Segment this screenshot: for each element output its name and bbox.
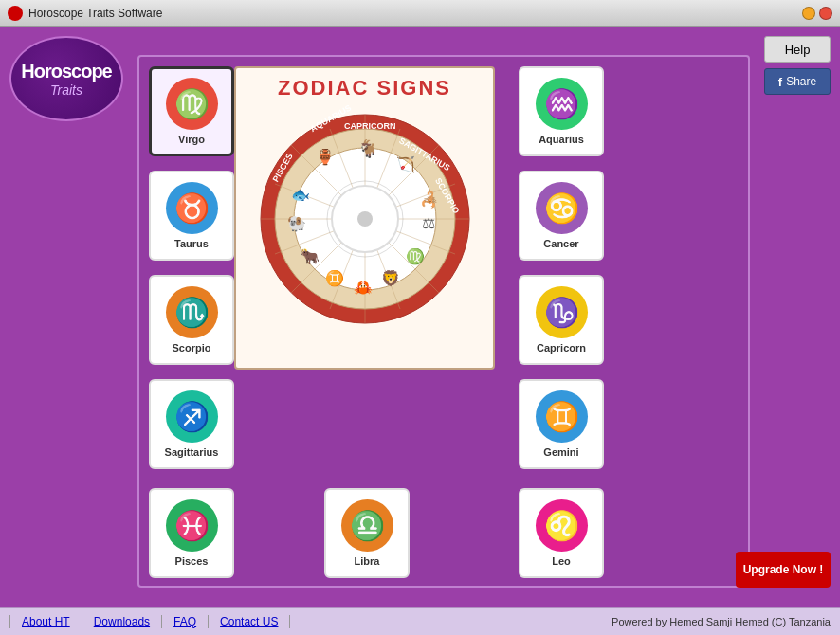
footer-copyright: Powered by Hemed Samji Hemed (C) Tanzani…	[612, 616, 831, 627]
sign-cancer[interactable]: ♋ Cancer	[519, 171, 604, 261]
svg-text:CAPRICORN: CAPRICORN	[344, 121, 396, 131]
aquarius-icon: ♒	[536, 78, 588, 130]
svg-text:♊: ♊	[325, 269, 344, 287]
sign-taurus[interactable]: ♉ Taurus	[149, 171, 234, 261]
zodiac-wheel: ZODIAC SIGNS	[234, 66, 495, 370]
leo-icon: ♌	[536, 499, 588, 552]
sign-libra[interactable]: ♎ Libra	[324, 488, 410, 578]
footer-link-faq[interactable]: FAQ	[162, 615, 209, 628]
sign-leo[interactable]: ♌ Leo	[519, 488, 604, 578]
facebook-icon: f	[778, 75, 782, 89]
share-button[interactable]: f Share	[764, 68, 831, 95]
app-logo: Horoscope Traits	[9, 36, 133, 131]
footer-link-downloads[interactable]: Downloads	[82, 615, 162, 628]
sign-gemini[interactable]: ♊ Gemini	[519, 379, 604, 469]
zodiac-grid: ♍ Virgo ♈ Aries ♒ Aquarius ♉ Taurus	[137, 55, 750, 588]
side-buttons: Help f Share	[764, 36, 831, 95]
sagittarius-icon: ♐	[166, 390, 218, 443]
svg-text:🐏: 🐏	[287, 214, 306, 232]
logo-text1: Horoscope	[21, 61, 111, 82]
sign-scorpio[interactable]: ♏ Scorpio	[149, 275, 234, 365]
virgo-label: Virgo	[178, 134, 205, 145]
logo-text2: Traits	[50, 82, 82, 98]
window-controls	[802, 7, 832, 20]
libra-icon: ♎	[341, 499, 393, 552]
help-button[interactable]: Help	[764, 36, 831, 63]
scorpio-label: Scorpio	[173, 342, 211, 354]
minimize-button[interactable]	[802, 7, 815, 20]
pisces-icon: ♓	[166, 499, 218, 552]
sign-virgo[interactable]: ♍ Virgo	[149, 66, 234, 156]
svg-text:🦀: 🦀	[354, 279, 373, 297]
svg-text:⚖: ⚖	[422, 215, 435, 231]
sign-aquarius[interactable]: ♒ Aquarius	[519, 66, 604, 156]
svg-text:🦂: 🦂	[420, 190, 439, 209]
leo-label: Leo	[552, 555, 571, 567]
sign-sagittarius[interactable]: ♐ Sagittarius	[149, 379, 234, 469]
footer-link-contact[interactable]: Contact US	[209, 615, 290, 628]
zodiac-wheel-svg: CAPRICORN SAGITTARIUS SCORPIO AQUARIUS P…	[251, 105, 479, 333]
svg-point-30	[357, 211, 373, 227]
aquarius-label: Aquarius	[539, 134, 584, 145]
svg-text:🏹: 🏹	[396, 155, 415, 173]
svg-text:🐟: 🐟	[291, 186, 310, 204]
footer: About HT Downloads FAQ Contact US Powere…	[0, 607, 840, 635]
capricorn-icon: ♑	[536, 286, 588, 338]
sign-pisces[interactable]: ♓ Pisces	[149, 488, 234, 578]
cancer-label: Cancer	[543, 238, 578, 249]
share-label: Share	[786, 75, 816, 88]
virgo-icon: ♍	[166, 78, 218, 130]
svg-text:🐐: 🐐	[357, 138, 379, 159]
main-content: Horoscope Traits Help f Share ♍ Virgo ♈ …	[0, 27, 840, 607]
window-title: Horoscope Traits Software	[28, 7, 802, 20]
app-icon	[8, 6, 23, 21]
sagittarius-label: Sagittarius	[165, 446, 219, 458]
title-bar: Horoscope Traits Software	[0, 0, 840, 27]
sign-capricorn[interactable]: ♑ Capricorn	[519, 275, 604, 365]
svg-text:🐂: 🐂	[301, 247, 320, 265]
gemini-label: Gemini	[543, 446, 578, 458]
zodiac-title: ZODIAC SIGNS	[278, 76, 451, 100]
footer-links: About HT Downloads FAQ Contact US	[9, 615, 612, 628]
capricorn-label: Capricorn	[537, 342, 586, 354]
svg-text:🏺: 🏺	[316, 148, 335, 166]
scorpio-icon: ♏	[166, 286, 218, 338]
upgrade-button[interactable]: Upgrade Now !	[736, 552, 831, 588]
close-button[interactable]	[819, 7, 832, 20]
cancer-icon: ♋	[536, 182, 588, 234]
svg-text:🦁: 🦁	[381, 269, 400, 287]
taurus-icon: ♉	[166, 182, 218, 234]
footer-link-about[interactable]: About HT	[9, 615, 82, 628]
svg-text:♍: ♍	[406, 247, 425, 265]
gemini-icon: ♊	[536, 390, 588, 443]
libra-label: Libra	[355, 555, 380, 567]
pisces-label: Pisces	[175, 555, 209, 567]
taurus-label: Taurus	[174, 238, 209, 249]
